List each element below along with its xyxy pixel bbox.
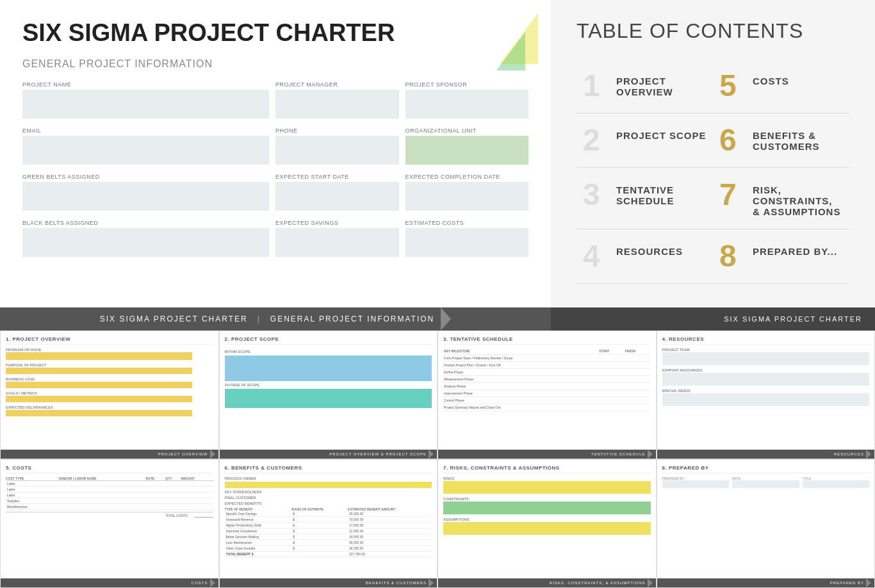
risk-constraints: CONSTRAINTS	[443, 497, 651, 514]
sched-content: KEY MILESTONE START FINISH Form Project …	[443, 348, 651, 453]
mini-footer-5-text: COSTS	[192, 581, 208, 585]
sched-finish-4	[625, 376, 651, 383]
prep-box-date	[732, 480, 799, 488]
completion-date-box[interactable]	[405, 182, 529, 211]
scope-within-label: WITHIN SCOPE	[225, 350, 432, 354]
ben-final-customer: FINAL CUSTOMER	[225, 496, 432, 500]
mini-footer-1-text: PROJECT OVERVIEW	[158, 452, 208, 456]
res-project-team: PROJECT TEAM	[662, 348, 870, 365]
mini-panel-4-title: 4. RESOURCES	[662, 336, 870, 345]
toc-item-8: 8 PREPARED BY...	[713, 229, 849, 284]
sep-triangle-left	[441, 307, 451, 331]
sched-start-7	[598, 397, 625, 404]
mini-panel-5-title: 5. COSTS	[6, 465, 213, 473]
toc-label-4: RESOURCES	[616, 241, 683, 257]
sched-start-8	[598, 404, 625, 411]
ben-type-4: Improved Compliance	[225, 528, 292, 534]
project-sponsor-box[interactable]	[405, 90, 529, 118]
ben-amount-4: 12,000.00	[348, 528, 432, 534]
project-sponsor-field: PROJECT SPONSOR	[405, 81, 529, 118]
form-row-3: GREEN BELTS ASSIGNED EXPECTED START DATE…	[22, 174, 528, 211]
toc-number-1: 1	[583, 70, 609, 101]
ben-type-7: Other Costs Avoided	[225, 546, 292, 551]
mini-footer-3-tri	[648, 450, 653, 459]
sched-cell-1: Form Project Team / Preliminary Review /…	[443, 355, 598, 362]
form-row-2: EMAIL PHONE ORGANIZATIONAL UNIT	[22, 127, 528, 165]
project-name-box[interactable]	[22, 90, 269, 118]
res-content: PROJECT TEAM SUPPORT RESOURCES SPECIAL N…	[662, 348, 870, 453]
ben-label-expected: EXPECTED BENEFITS	[225, 502, 432, 505]
costs-type-4: Supplies	[6, 498, 58, 504]
bottom-section: 1. PROJECT OVERVIEW PROBLEM OR ISSUE PUR…	[0, 331, 875, 588]
sched-start-4	[598, 376, 625, 383]
phone-label: PHONE	[275, 127, 399, 134]
costs-table: COST TYPE VENDOR / LABOR NAME RATE QTY A…	[6, 477, 213, 510]
costs-row-5: Miscellaneous	[6, 504, 213, 510]
green-belts-box[interactable]	[22, 182, 269, 211]
project-manager-box[interactable]	[275, 90, 399, 118]
page: SIX SIGMA PROJECT CHARTER GENERAL PROJEC…	[0, 0, 875, 588]
form-row-1: PROJECT NAME PROJECT MANAGER PROJECT SPO…	[22, 81, 528, 118]
ben-row-6: Less Maintenance $ 56,000.00	[225, 540, 432, 546]
email-box[interactable]	[22, 136, 269, 165]
ben-row-1: Specific Cost Savings $ 20,000.00	[225, 511, 432, 517]
mini-panel-6-title: 6. BENEFITS & CUSTOMERS	[225, 465, 432, 473]
mini-footer-5-tri	[210, 578, 215, 587]
mini-footer-1-tri	[210, 450, 215, 459]
scope-within-block	[225, 355, 432, 381]
toc-label-3: TENTATIVE SCHEDULE	[616, 179, 707, 206]
toc-grid: 1 PROJECT OVERVIEW 5 COSTS 2 PROJECT SCO…	[577, 59, 849, 284]
sched-start-6	[598, 390, 625, 397]
phone-box[interactable]	[275, 136, 399, 165]
sched-row-1: Form Project Team / Preliminary Review /…	[443, 355, 651, 362]
start-date-box[interactable]	[275, 182, 399, 211]
po-box-business	[6, 382, 192, 388]
mini-footer-4: RESOURCES	[657, 450, 875, 459]
sep-pipe: |	[258, 314, 261, 323]
org-unit-box[interactable]	[405, 136, 529, 165]
toc-number-2: 2	[583, 125, 609, 156]
mini-panel-project-overview: 1. PROJECT OVERVIEW PROBLEM OR ISSUE PUR…	[0, 331, 219, 459]
risk-label-assumptions: ASSUMPTIONS	[443, 518, 651, 521]
estimated-costs-box[interactable]	[405, 228, 529, 257]
costs-type-2: Labor	[6, 487, 58, 493]
prep-field-date: DATE	[732, 477, 799, 488]
sched-row-2: Finalize Project Plan / Charter / Kick-O…	[443, 362, 651, 369]
costs-content: COST TYPE VENDOR / LABOR NAME RATE QTY A…	[6, 477, 213, 582]
expected-savings-box[interactable]	[275, 228, 399, 257]
separator-bar: SIX SIGMA PROJECT CHARTER | GENERAL PROJ…	[0, 307, 875, 331]
sep-left-text: SIX SIGMA PROJECT CHARTER	[100, 314, 248, 323]
mini-footer-6-text: BENEFITS & CUSTOMERS	[366, 581, 427, 585]
res-label-team: PROJECT TEAM	[662, 348, 870, 352]
risk-label-risks: RISKS	[443, 477, 651, 480]
black-belts-field: BLACK BELTS ASSIGNED	[22, 220, 269, 257]
sep-right-text: SIX SIGMA PROJECT CHARTER	[724, 315, 862, 323]
costs-amount-2	[181, 487, 213, 493]
prep-field-title: TITLE	[803, 477, 870, 488]
res-box-team	[662, 352, 870, 365]
sched-cell-3: Define Phase	[443, 369, 598, 376]
sched-cell-7: Control Phase	[443, 397, 598, 404]
po-label-deliverables: EXPECTED DELIVERABLES	[6, 405, 213, 409]
mini-panel-benefits: 6. BENEFITS & CUSTOMERS PROCESS OWNER KE…	[219, 459, 438, 588]
black-belts-box[interactable]	[22, 228, 269, 257]
toc-label-2: PROJECT SCOPE	[616, 125, 707, 141]
sched-row-4: Measurement Phase	[443, 376, 651, 383]
scope-outside: OUTSIDE OF SCOPE	[225, 383, 432, 408]
expected-savings-label: EXPECTED SAVINGS	[275, 220, 399, 226]
ben-row-2: Increased Revenue $ 70,000.00	[225, 517, 432, 523]
email-label: EMAIL	[22, 127, 269, 134]
project-sponsor-label: PROJECT SPONSOR	[405, 81, 529, 88]
project-manager-label: PROJECT MANAGER	[275, 81, 399, 88]
sched-cell-5: Analysis Phase	[443, 383, 598, 390]
toc-item-1: 1 PROJECT OVERVIEW	[577, 59, 713, 113]
costs-qty-5	[165, 504, 181, 510]
toc-label-6: BENEFITS & CUSTOMERS	[753, 125, 843, 152]
sched-row-5: Analysis Phase	[443, 383, 651, 390]
po-content: PROBLEM OR ISSUE PURPOSE OF PROJECT BUSI…	[6, 348, 213, 453]
res-special: SPECIAL NEEDS	[662, 389, 870, 406]
start-date-field: EXPECTED START DATE	[275, 174, 399, 211]
toc-number-7: 7	[719, 179, 745, 210]
mini-panel-costs: 5. COSTS COST TYPE VENDOR / LABOR NAME R…	[0, 459, 219, 588]
org-unit-field: ORGANIZATIONAL UNIT	[405, 127, 529, 165]
